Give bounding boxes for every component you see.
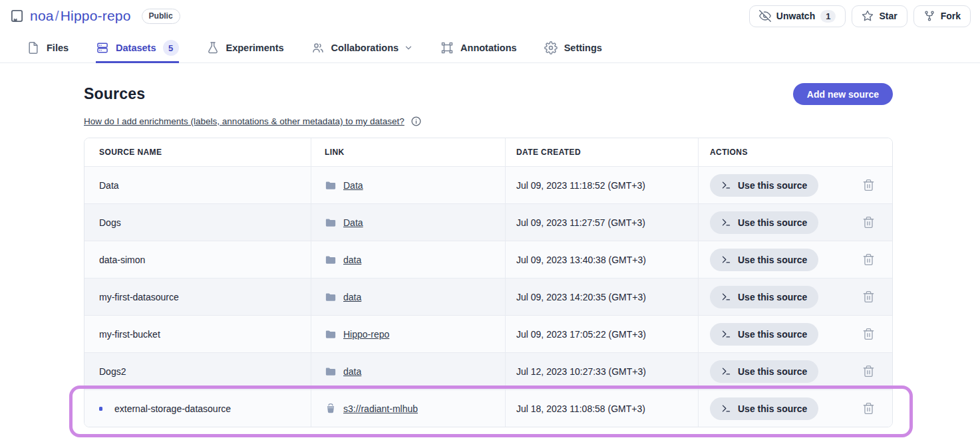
bucket-icon [325, 403, 337, 415]
source-name-cell: my-first-bucket [84, 316, 311, 352]
tab-experiments[interactable]: Experiments [206, 32, 284, 63]
actions-cell: Use this source [699, 241, 892, 278]
tab-annotations[interactable]: Annotations [440, 32, 517, 63]
fork-button[interactable]: Fork [913, 5, 971, 27]
use-this-source-button[interactable]: Use this source [710, 249, 818, 271]
repo-action-buttons: Unwatch 1 Star Fork [749, 5, 971, 27]
terminal-icon [721, 403, 731, 413]
column-header-date-created: DATE CREATED [506, 138, 699, 166]
use-source-label: Use this source [738, 292, 807, 302]
use-this-source-button[interactable]: Use this source [710, 323, 818, 346]
people-icon [311, 41, 325, 55]
add-new-source-button[interactable]: Add new source [793, 83, 893, 105]
trash-icon [862, 365, 875, 378]
unwatch-label: Unwatch [776, 11, 815, 21]
source-link-text[interactable]: Data [343, 180, 363, 191]
folder-icon [325, 179, 337, 191]
star-label: Star [879, 11, 897, 21]
terminal-icon [721, 217, 731, 227]
unwatch-button[interactable]: Unwatch 1 [749, 5, 846, 27]
folder-icon [325, 254, 337, 266]
delete-source-button[interactable] [861, 177, 876, 193]
source-link-cell: Data [311, 167, 506, 203]
repo-name[interactable]: Hippo-repo [61, 8, 131, 23]
source-link-text[interactable]: data [343, 366, 361, 377]
terminal-icon [721, 255, 731, 265]
tab-annotations-label: Annotations [460, 43, 517, 53]
terminal-icon [721, 366, 731, 376]
source-name-cell: Dogs2 [84, 353, 311, 389]
table-row: Dogs2 data Jul 12, 2023 10:27:33 (GMT+3)… [84, 352, 892, 389]
watch-count-badge: 1 [820, 10, 836, 23]
source-name: my-first-bucket [99, 329, 160, 340]
visibility-badge: Public [142, 9, 180, 24]
tab-experiments-label: Experiments [226, 43, 284, 53]
use-source-label: Use this source [738, 329, 807, 340]
source-name-cell: external-storage-datasource [84, 390, 311, 427]
use-source-label: Use this source [738, 366, 807, 377]
page-title: Sources [84, 85, 145, 103]
use-this-source-button[interactable]: Use this source [710, 174, 818, 197]
source-link-text[interactable]: data [343, 255, 361, 265]
date-created-cell: Jul 09, 2023 17:05:22 (GMT+3) [506, 316, 699, 352]
tab-settings[interactable]: Settings [544, 32, 602, 63]
use-this-source-button[interactable]: Use this source [710, 360, 818, 383]
delete-source-button[interactable] [861, 364, 876, 379]
table-header-row: SOURCE NAME LINK DATE CREATED ACTIONS [84, 138, 892, 166]
trash-icon [862, 402, 875, 415]
date-created-cell: Jul 12, 2023 10:27:33 (GMT+3) [506, 353, 699, 389]
star-button[interactable]: Star [852, 5, 907, 27]
source-name: Dogs2 [99, 366, 126, 377]
use-source-label: Use this source [738, 255, 807, 265]
folder-icon [325, 217, 337, 229]
source-name: data-simon [99, 255, 145, 265]
datasource-marker-icon [99, 407, 102, 411]
use-this-source-button[interactable]: Use this source [710, 286, 818, 308]
actions-cell: Use this source [699, 316, 892, 352]
delete-source-button[interactable] [861, 401, 876, 416]
date-created-cell: Jul 09, 2023 11:18:52 (GMT+3) [506, 167, 699, 203]
folder-icon [325, 328, 337, 340]
source-name: Dogs [99, 217, 121, 228]
info-icon[interactable] [410, 116, 422, 127]
table-row: data-simon data Jul 09, 2023 13:40:38 (G… [84, 241, 892, 278]
repo-tab-bar: Files Datasets 5 Experiments Collaborati… [0, 32, 980, 63]
source-link-text[interactable]: data [343, 292, 361, 302]
tab-collaborations[interactable]: Collaborations [311, 32, 414, 63]
column-header-source-name: SOURCE NAME [84, 138, 311, 166]
sources-section: Sources Add new source How do I add enri… [0, 83, 980, 427]
use-this-source-button[interactable]: Use this source [710, 211, 818, 234]
source-link-text[interactable]: Hippo-repo [343, 329, 389, 340]
top-bar: noa/Hippo-repo Public Unwatch 1 Star [0, 0, 980, 32]
date-created: Jul 09, 2023 11:18:52 (GMT+3) [516, 180, 645, 191]
tab-files-label: Files [47, 43, 69, 53]
date-created-cell: Jul 18, 2023 11:08:58 (GMT+3) [506, 390, 699, 427]
trash-icon [862, 290, 875, 303]
repo-title-separator: / [54, 8, 61, 23]
tab-files[interactable]: Files [27, 32, 69, 63]
source-link-text[interactable]: Data [343, 217, 363, 228]
delete-source-button[interactable] [861, 215, 876, 230]
delete-source-button[interactable] [861, 289, 876, 304]
source-link-cell: Data [311, 204, 506, 241]
use-source-label: Use this source [738, 403, 807, 414]
use-this-source-button[interactable]: Use this source [710, 397, 818, 420]
repo-owner[interactable]: noa [30, 8, 54, 23]
date-created: Jul 09, 2023 17:05:22 (GMT+3) [516, 329, 646, 340]
source-link-text[interactable]: s3://radiant-mlhub [343, 403, 418, 414]
tab-datasets-label: Datasets [116, 43, 156, 53]
datasets-icon [96, 41, 109, 55]
source-name-cell: Data [84, 167, 311, 203]
source-name-cell: data-simon [84, 241, 311, 278]
table-row: external-storage-datasource s3://radiant… [84, 389, 892, 427]
delete-source-button[interactable] [861, 252, 876, 267]
repo-page: noa/Hippo-repo Public Unwatch 1 Star [0, 0, 980, 442]
actions-cell: Use this source [699, 278, 892, 315]
delete-source-button[interactable] [861, 326, 876, 342]
repo-title[interactable]: noa/Hippo-repo [30, 8, 131, 24]
date-created-cell: Jul 09, 2023 13:40:38 (GMT+3) [506, 241, 699, 278]
date-created: Jul 12, 2023 10:27:33 (GMT+3) [516, 366, 646, 377]
tab-datasets[interactable]: Datasets 5 [96, 32, 178, 63]
column-header-actions: ACTIONS [699, 138, 892, 166]
enrichments-help-link[interactable]: How do I add enrichments (labels, annota… [84, 116, 405, 126]
